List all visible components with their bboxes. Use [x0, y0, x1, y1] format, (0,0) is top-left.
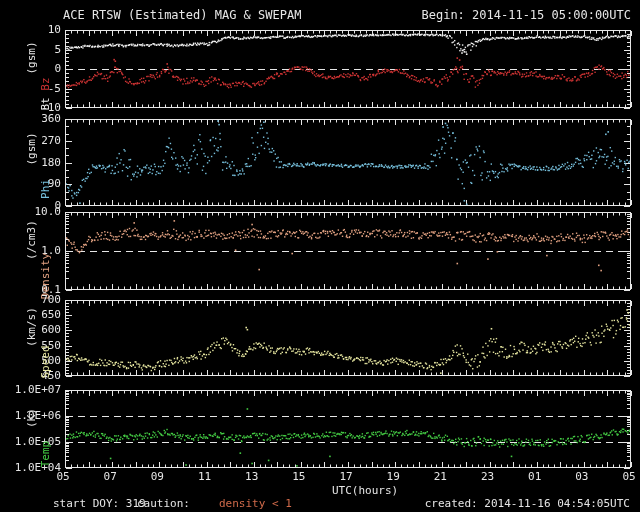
panel-ylabel-speed: Speed: [40, 346, 52, 379]
y-tick-label: 360: [41, 113, 61, 125]
y-tick-label: 700: [41, 294, 61, 306]
ace-rtsw-plot: ACE RTSW (Estimated) MAG & SWEPAM Begin:…: [0, 0, 640, 512]
panel-ylabel-unit-mag: (gsm): [26, 41, 38, 74]
y-tick-label: 1.0E+05: [15, 436, 61, 448]
x-tick-label: 13: [241, 471, 263, 483]
plot-title: ACE RTSW (Estimated) MAG & SWEPAM: [63, 9, 301, 22]
x-tick-label: 01: [524, 471, 546, 483]
y-tick-label: 650: [41, 309, 61, 321]
y-tick-label: 1.0E+07: [15, 384, 61, 396]
footer-created-timestamp: created: 2014-11-16 04:54:05UTC: [425, 498, 630, 510]
begin-timestamp: Begin: 2014-11-15 05:00:00UTC: [421, 9, 631, 22]
panel-ylabel-mag: Bt Bz: [40, 77, 52, 110]
panel-ylabel-unit-temp: (K): [26, 408, 38, 428]
panel-ylabel-unit-speed: (km/s): [26, 307, 38, 347]
panel-ylabel-unit-density: (/cm3): [26, 220, 38, 260]
y-tick-label: 5: [54, 44, 61, 56]
panel-ylabel-unit-phi: (gsm): [26, 133, 38, 166]
x-axis-title: UTC(hours): [332, 485, 398, 497]
y-tick-label: 0: [54, 63, 61, 75]
plot-canvas: [0, 0, 640, 512]
footer-caution-value: density < 1: [219, 498, 292, 510]
x-tick-label: 11: [194, 471, 216, 483]
x-tick-label: 07: [99, 471, 121, 483]
x-tick-label: 05: [52, 471, 74, 483]
panel-ylabel-phi: Phi: [40, 179, 52, 199]
x-tick-label: 23: [477, 471, 499, 483]
x-tick-label: 21: [429, 471, 451, 483]
footer-start-doy: start DOY: 319: [53, 498, 146, 510]
footer-caution-label: caution:: [137, 498, 190, 510]
x-tick-label: 19: [382, 471, 404, 483]
x-tick-label: 17: [335, 471, 357, 483]
x-tick-label: 09: [146, 471, 168, 483]
y-tick-label: 10: [48, 24, 61, 36]
panel-ylabel-temp: Temp: [40, 440, 52, 467]
y-tick-label: 270: [41, 135, 61, 147]
x-tick-label: 15: [288, 471, 310, 483]
panel-ylabel-density: Density: [40, 253, 52, 299]
x-tick-label: 03: [571, 471, 593, 483]
y-tick-label: 10.0: [35, 206, 62, 218]
y-tick-label: 600: [41, 324, 61, 336]
x-tick-label: 05: [618, 471, 640, 483]
y-tick-label: 180: [41, 157, 61, 169]
